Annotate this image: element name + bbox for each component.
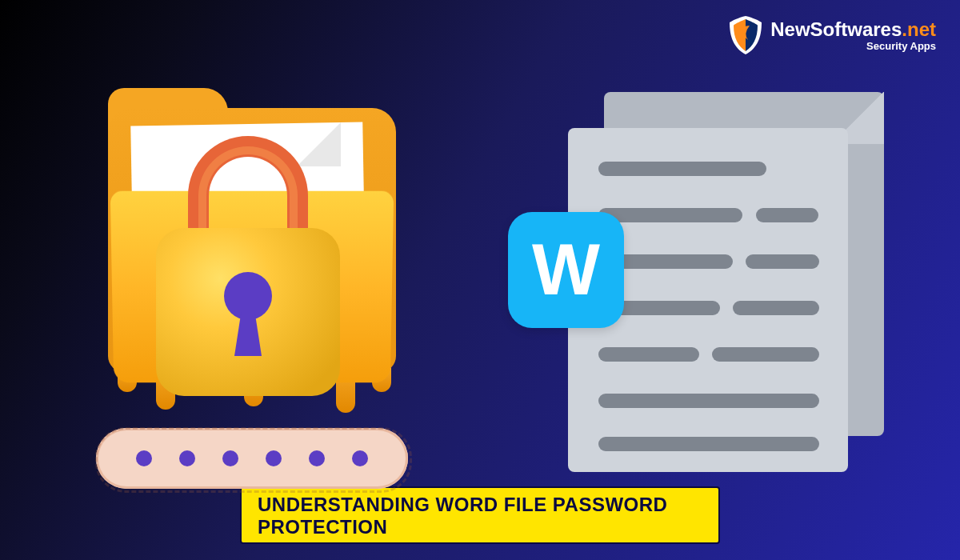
document-text-line [598,162,766,176]
password-field-illustration [96,428,408,489]
password-dot-icon [266,450,282,466]
password-dot-icon [179,450,195,466]
document-text-line [598,394,819,408]
document-text-line [733,301,819,315]
folder-paper-fold-shape [297,122,341,166]
brand-prefix: NewSoftwares [770,18,902,40]
brand-suffix: .net [902,18,936,40]
password-dot-icon [352,450,368,466]
brand-tagline: Security Apps [770,41,936,51]
password-dot-icon [309,450,325,466]
password-dot-icon [136,450,152,466]
word-app-letter: W [532,229,600,311]
shield-logo-icon [727,14,764,56]
document-text-line [598,347,699,362]
document-text-line [756,208,818,222]
document-text-line [746,254,819,269]
brand-logo: NewSoftwares.net Security Apps [727,14,936,56]
brand-logo-text: NewSoftwares.net Security Apps [770,20,936,51]
page-title-caption: UNDERSTANDING WORD FILE PASSWORD PROTECT… [240,486,720,544]
password-dot-icon [222,450,238,466]
caption-text: UNDERSTANDING WORD FILE PASSWORD PROTECT… [258,494,667,538]
locked-folder-illustration [64,76,416,492]
document-text-line [598,208,742,222]
word-app-badge: W [508,212,624,328]
document-text-line [712,347,819,362]
word-document-illustration: W [540,92,884,476]
brand-name: NewSoftwares.net [770,20,936,39]
document-text-line [598,437,819,451]
